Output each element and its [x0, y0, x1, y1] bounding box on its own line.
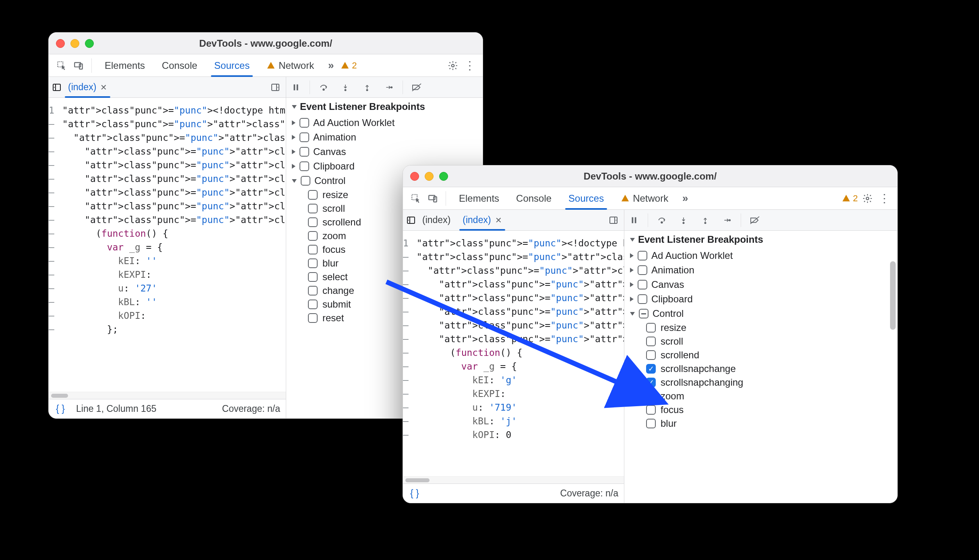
checkbox[interactable] [299, 118, 309, 128]
checkbox[interactable] [299, 147, 309, 157]
checkbox[interactable]: ✓ [646, 378, 656, 387]
checkbox[interactable] [308, 190, 318, 200]
more-tabs-icon[interactable]: » [678, 191, 692, 206]
warning-badge[interactable]: 2 [842, 193, 858, 204]
checkbox[interactable] [301, 176, 310, 186]
more-tabs-icon[interactable]: » [324, 58, 338, 73]
step-out-icon[interactable] [357, 77, 377, 97]
titlebar[interactable]: DevTools - www.google.com/ [403, 165, 897, 187]
device-icon[interactable] [71, 58, 86, 73]
titlebar[interactable]: DevTools - www.google.com/ [49, 33, 483, 54]
tab-network[interactable]: Network [259, 54, 321, 76]
source-editor[interactable]: 1–––––––––––––– "attr">class"punc">="pun… [403, 231, 624, 476]
event-scrollsnapchange[interactable]: ✓scrollsnapchange [624, 362, 897, 376]
minimize-icon[interactable] [70, 39, 79, 48]
checkbox[interactable] [308, 245, 318, 254]
checkbox[interactable] [308, 258, 318, 268]
step-over-icon[interactable] [314, 77, 333, 97]
breakpoints-accordion[interactable]: Event Listener BreakpointsAd Auction Wor… [624, 231, 897, 503]
checkbox[interactable] [638, 265, 647, 275]
warning-badge[interactable]: 2 [341, 60, 357, 71]
pause-icon[interactable] [286, 77, 306, 97]
checkbox[interactable] [646, 405, 656, 415]
checkbox[interactable] [646, 337, 656, 346]
category-control[interactable]: Control [624, 306, 897, 321]
checkbox[interactable] [646, 323, 656, 333]
gear-icon[interactable] [446, 58, 460, 73]
checkbox[interactable] [299, 132, 309, 142]
step-icon[interactable] [379, 77, 399, 97]
checkbox[interactable] [308, 286, 318, 295]
horizontal-scrollbar[interactable] [49, 392, 286, 399]
event-focus[interactable]: focus [624, 403, 897, 417]
step-over-icon[interactable] [652, 210, 671, 230]
deactivate-breakpoints-icon[interactable] [407, 77, 426, 97]
drawer-toggle-icon[interactable] [268, 80, 283, 95]
checkbox[interactable] [646, 391, 656, 401]
category-animation[interactable]: Animation [624, 263, 897, 277]
file-tab-index[interactable]: (index) ✕ [62, 77, 113, 97]
checkbox[interactable] [638, 294, 647, 304]
vertical-scrollbar[interactable] [890, 261, 896, 330]
tab-console[interactable]: Console [509, 187, 559, 209]
pretty-print-icon[interactable]: { } [54, 403, 66, 414]
section-event-listener-breakpoints[interactable]: Event Listener Breakpoints [624, 231, 897, 248]
checkbox[interactable] [638, 251, 647, 260]
pretty-print-icon[interactable]: { } [409, 488, 421, 499]
deactivate-breakpoints-icon[interactable] [745, 210, 764, 230]
tab-sources[interactable]: Sources [207, 54, 257, 76]
category-canvas[interactable]: Canvas [286, 145, 483, 159]
file-tab-index-1[interactable]: (index) ✕ [457, 210, 507, 230]
event-scroll[interactable]: scroll [624, 335, 897, 348]
file-tab-index-0[interactable]: (index) [417, 210, 456, 230]
horizontal-scrollbar[interactable] [403, 476, 624, 484]
zoom-icon[interactable] [85, 39, 94, 48]
close-icon[interactable] [410, 172, 419, 181]
checkbox[interactable] [646, 419, 656, 428]
checkbox[interactable] [299, 161, 309, 171]
category-canvas[interactable]: Canvas [624, 277, 897, 292]
close-icon[interactable] [56, 39, 65, 48]
category-clipboard[interactable]: Clipboard [624, 292, 897, 306]
checkbox[interactable] [308, 217, 318, 227]
device-icon[interactable] [425, 191, 440, 206]
category-animation[interactable]: Animation [286, 130, 483, 145]
event-scrollend[interactable]: scrollend [624, 348, 897, 362]
drawer-toggle-icon[interactable] [606, 213, 621, 227]
event-blur[interactable]: blur [624, 417, 897, 430]
gear-icon[interactable] [860, 191, 875, 206]
step-into-icon[interactable] [674, 210, 693, 230]
minimize-icon[interactable] [425, 172, 434, 181]
tab-network[interactable]: Network [613, 187, 675, 209]
checkbox[interactable] [308, 300, 318, 309]
checkbox[interactable]: ✓ [646, 364, 656, 374]
tab-elements[interactable]: Elements [97, 54, 152, 76]
checkbox[interactable] [308, 313, 318, 323]
checkbox[interactable] [639, 309, 649, 318]
close-icon[interactable]: ✕ [100, 83, 107, 92]
tab-console[interactable]: Console [155, 54, 204, 76]
tab-elements[interactable]: Elements [452, 187, 506, 209]
inspect-icon[interactable] [54, 58, 69, 73]
event-zoom[interactable]: zoom [624, 389, 897, 403]
event-resize[interactable]: resize [624, 321, 897, 335]
source-editor[interactable]: 1–––––––––––––––– "attr">class"punc">="p… [49, 98, 286, 392]
inspect-icon[interactable] [409, 191, 423, 206]
close-icon[interactable]: ✕ [495, 215, 502, 225]
step-icon[interactable] [717, 210, 737, 230]
checkbox[interactable] [638, 280, 647, 289]
section-event-listener-breakpoints[interactable]: Event Listener Breakpoints [286, 98, 483, 116]
category-ad-auction-worklet[interactable]: Ad Auction Worklet [286, 116, 483, 130]
step-out-icon[interactable] [696, 210, 715, 230]
navigator-toggle-icon[interactable] [406, 215, 416, 225]
tab-sources[interactable]: Sources [561, 187, 611, 209]
event-scrollsnapchanging[interactable]: ✓scrollsnapchanging [624, 376, 897, 389]
kebab-icon[interactable]: ⋮ [463, 58, 477, 73]
checkbox[interactable] [308, 204, 318, 213]
step-into-icon[interactable] [336, 77, 355, 97]
category-ad-auction-worklet[interactable]: Ad Auction Worklet [624, 248, 897, 263]
navigator-toggle-icon[interactable] [52, 83, 62, 92]
pause-icon[interactable] [624, 210, 644, 230]
checkbox[interactable] [308, 272, 318, 282]
checkbox[interactable] [646, 350, 656, 360]
